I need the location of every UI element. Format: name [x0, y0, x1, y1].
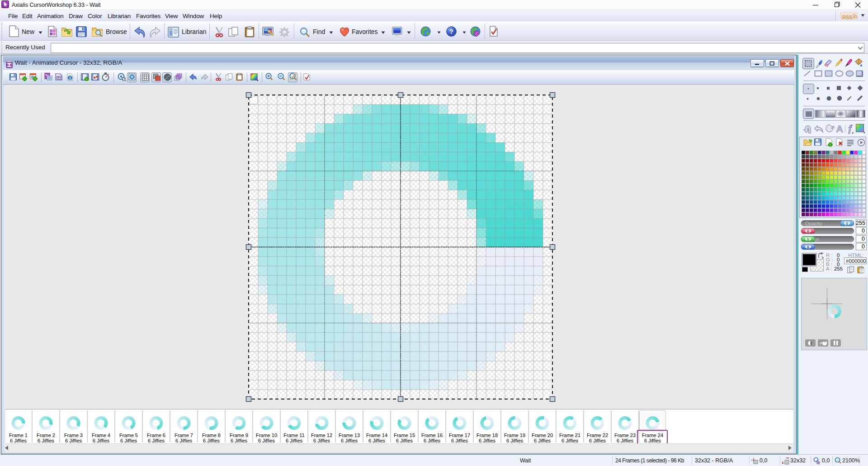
svg-text:A: A — [836, 124, 843, 133]
svg-text:?: ? — [449, 28, 453, 35]
svg-text:f: f — [849, 124, 853, 134]
